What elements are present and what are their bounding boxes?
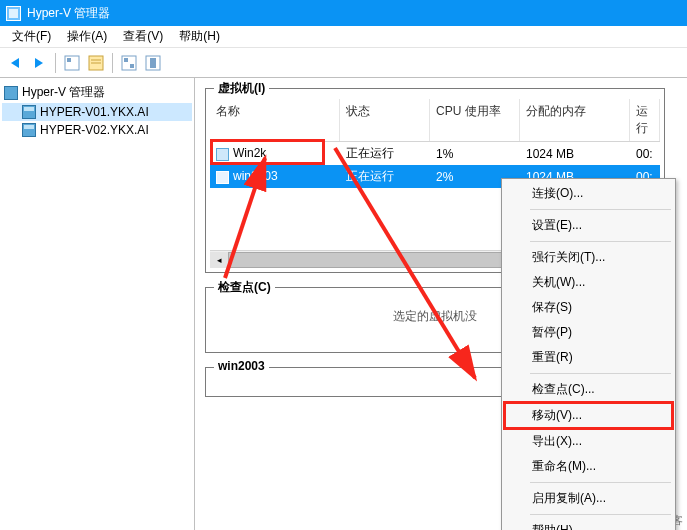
menu-separator xyxy=(530,209,671,210)
menu-separator xyxy=(530,482,671,483)
properties-button[interactable] xyxy=(85,52,107,74)
ctx-save[interactable]: 保存(S) xyxy=(504,295,673,320)
nav-back-button[interactable] xyxy=(4,52,26,74)
tree-root-label: Hyper-V 管理器 xyxy=(22,84,105,101)
ctx-checkpoint[interactable]: 检查点(C)... xyxy=(504,377,673,402)
vm-group-title: 虚拟机(I) xyxy=(214,80,269,97)
ctx-connect[interactable]: 连接(O)... xyxy=(504,181,673,206)
server-icon xyxy=(22,123,36,137)
tree-node-host2[interactable]: HYPER-V02.YKX.AI xyxy=(2,121,192,139)
details-title: win2003 xyxy=(214,359,269,373)
ctx-move[interactable]: 移动(V)... xyxy=(503,401,674,430)
col-uptime[interactable]: 运行 xyxy=(630,99,660,141)
vm-cpu: 1% xyxy=(430,144,520,164)
svg-rect-9 xyxy=(150,58,156,68)
ctx-rename[interactable]: 重命名(M)... xyxy=(504,454,673,479)
help-icon xyxy=(145,55,161,71)
svg-rect-6 xyxy=(124,58,128,62)
col-mem[interactable]: 分配的内存 xyxy=(520,99,630,141)
svg-rect-1 xyxy=(67,58,71,62)
menu-help[interactable]: 帮助(H) xyxy=(171,26,228,47)
help-button[interactable] xyxy=(142,52,164,74)
ctx-help[interactable]: 帮助(H) xyxy=(504,518,673,530)
ctx-pause[interactable]: 暂停(P) xyxy=(504,320,673,345)
ctx-export[interactable]: 导出(X)... xyxy=(504,429,673,454)
menu-separator xyxy=(530,241,671,242)
tree-node-host1[interactable]: HYPER-V01.YKX.AI xyxy=(2,103,192,121)
window-title: Hyper-V 管理器 xyxy=(27,5,110,22)
separator xyxy=(55,53,56,73)
properties-icon xyxy=(88,55,104,71)
arrow-right-icon xyxy=(35,58,43,68)
nav-forward-button[interactable] xyxy=(28,52,50,74)
separator xyxy=(112,53,113,73)
tree-icon xyxy=(64,55,80,71)
refresh-button[interactable] xyxy=(118,52,140,74)
ctx-settings[interactable]: 设置(E)... xyxy=(504,213,673,238)
col-name[interactable]: 名称 xyxy=(210,99,340,141)
menu-separator xyxy=(530,373,671,374)
menu-file[interactable]: 文件(F) xyxy=(4,26,59,47)
menu-separator xyxy=(530,514,671,515)
ctx-replication[interactable]: 启用复制(A)... xyxy=(504,486,673,511)
tree-node-label: HYPER-V02.YKX.AI xyxy=(40,123,149,137)
ctx-reset[interactable]: 重置(R) xyxy=(504,345,673,370)
scroll-thumb[interactable] xyxy=(228,252,508,268)
scroll-left-button[interactable]: ◂ xyxy=(210,252,228,268)
svg-rect-7 xyxy=(130,64,134,68)
vm-icon xyxy=(216,148,229,161)
vm-row[interactable]: Win2k 正在运行 1% 1024 MB 00: xyxy=(210,142,660,165)
arrow-left-icon xyxy=(11,58,19,68)
menu-view[interactable]: 查看(V) xyxy=(115,26,171,47)
col-state[interactable]: 状态 xyxy=(340,99,430,141)
tree-node-label: HYPER-V01.YKX.AI xyxy=(40,105,149,119)
tree-panel: Hyper-V 管理器 HYPER-V01.YKX.AI HYPER-V02.Y… xyxy=(0,78,195,530)
refresh-icon xyxy=(121,55,137,71)
manager-icon xyxy=(4,86,18,100)
col-cpu[interactable]: CPU 使用率 xyxy=(430,99,520,141)
tree-root[interactable]: Hyper-V 管理器 xyxy=(2,82,192,103)
menu-bar: 文件(F) 操作(A) 查看(V) 帮助(H) xyxy=(0,26,687,48)
vm-name: Win2k xyxy=(233,146,266,160)
checkpoints-title: 检查点(C) xyxy=(214,279,275,296)
vm-name: win2003 xyxy=(233,169,278,183)
vm-list: 名称 状态 CPU 使用率 分配的内存 运行 Win2k 正在运行 1% 102… xyxy=(206,89,664,192)
vm-uptime: 00: xyxy=(630,144,660,164)
vm-state: 正在运行 xyxy=(340,142,430,165)
server-icon xyxy=(22,105,36,119)
vm-icon xyxy=(216,171,229,184)
context-menu: 连接(O)... 设置(E)... 强行关闭(T)... 关机(W)... 保存… xyxy=(501,178,676,530)
ctx-force-off[interactable]: 强行关闭(T)... xyxy=(504,245,673,270)
menu-action[interactable]: 操作(A) xyxy=(59,26,115,47)
vm-header-row: 名称 状态 CPU 使用率 分配的内存 运行 xyxy=(210,99,660,142)
show-hide-tree-button[interactable] xyxy=(61,52,83,74)
title-bar: Hyper-V 管理器 xyxy=(0,0,687,26)
vm-state: 正在运行 xyxy=(340,165,430,188)
vm-mem: 1024 MB xyxy=(520,144,630,164)
toolbar xyxy=(0,48,687,78)
ctx-shutdown[interactable]: 关机(W)... xyxy=(504,270,673,295)
app-icon xyxy=(6,6,21,21)
